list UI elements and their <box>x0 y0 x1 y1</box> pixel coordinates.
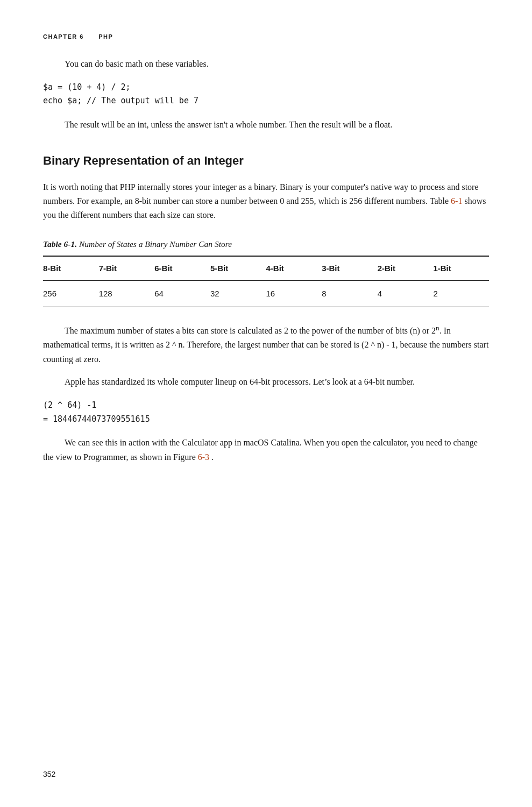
col-header-7bit: 7-Bit <box>99 256 155 281</box>
max-states-paragraph: The maximum number of states a bits can … <box>43 322 489 367</box>
table-caption: Table 6-1. Number of States a Binary Num… <box>43 238 489 251</box>
cell-4: 4 <box>378 280 434 307</box>
cell-256: 256 <box>43 280 99 307</box>
page: CHAPTER 6 PHP You can do basic math on t… <box>0 0 532 807</box>
chapter-header: CHAPTER 6 PHP <box>43 32 489 42</box>
calculator-paragraph: We can see this in action with the Calcu… <box>43 436 489 464</box>
table-body: 256 128 64 32 16 8 4 2 <box>43 280 489 307</box>
cell-8: 8 <box>322 280 378 307</box>
table-caption-text: Number of States a Binary Number Can Sto… <box>77 239 232 249</box>
col-header-2bit: 2-Bit <box>378 256 434 281</box>
col-header-6bit: 6-Bit <box>154 256 210 281</box>
page-number: 352 <box>43 768 55 780</box>
cell-64: 64 <box>154 280 210 307</box>
intro-paragraph: You can do basic math on these variables… <box>43 57 489 71</box>
cell-16: 16 <box>266 280 322 307</box>
apple-paragraph: Apple has standardized its whole compute… <box>43 375 489 389</box>
figure-ref-link[interactable]: 6-3 <box>198 452 211 462</box>
col-header-4bit: 4-Bit <box>266 256 322 281</box>
superscript-n: n <box>436 324 439 332</box>
cell-128: 128 <box>99 280 155 307</box>
table-ref-link[interactable]: 6-1 <box>451 196 464 206</box>
chapter-label: CHAPTER 6 <box>43 33 84 40</box>
result-paragraph: The result will be an int, unless the an… <box>43 118 489 132</box>
col-header-3bit: 3-Bit <box>322 256 378 281</box>
table-header-row: 8-Bit 7-Bit 6-Bit 5-Bit 4-Bit 3-Bit 2-Bi… <box>43 256 489 281</box>
col-header-5bit: 5-Bit <box>210 256 266 281</box>
col-header-1bit: 1-Bit <box>433 256 489 281</box>
table-row: 256 128 64 32 16 8 4 2 <box>43 280 489 307</box>
cell-2: 2 <box>433 280 489 307</box>
table-caption-bold: Table 6-1. <box>43 239 77 249</box>
binary-intro-paragraph: It is worth noting that PHP internally s… <box>43 180 489 223</box>
cell-32: 32 <box>210 280 266 307</box>
binary-states-table: 8-Bit 7-Bit 6-Bit 5-Bit 4-Bit 3-Bit 2-Bi… <box>43 256 489 307</box>
col-header-8bit: 8-Bit <box>43 256 99 281</box>
math-code-block: $a = (10 + 4) / 2; echo $a; // The outpu… <box>43 81 489 108</box>
binary-calc-code-block: (2 ^ 64) -1 = 18446744073709551615 <box>43 399 489 426</box>
table-header: 8-Bit 7-Bit 6-Bit 5-Bit 4-Bit 3-Bit 2-Bi… <box>43 256 489 281</box>
section-label: PHP <box>98 33 113 40</box>
section-heading: Binary Representation of an Integer <box>43 151 489 170</box>
